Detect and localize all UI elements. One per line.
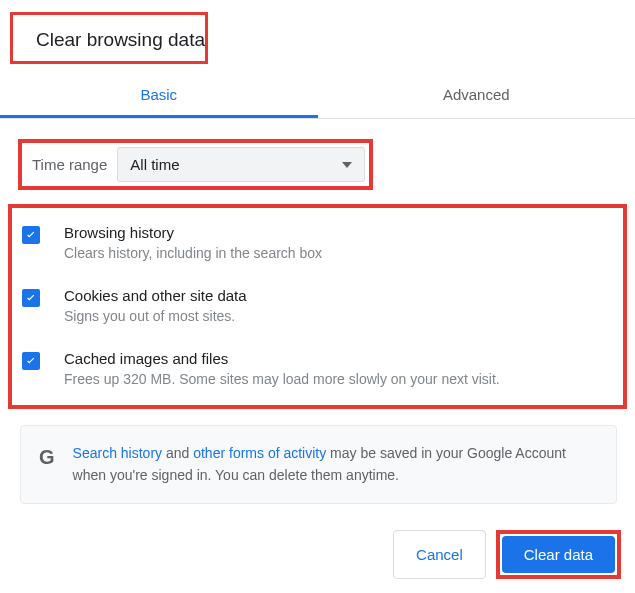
- check-icon: [24, 354, 38, 368]
- dialog-title: Clear browsing data: [10, 12, 208, 64]
- link-search-history[interactable]: Search history: [73, 445, 162, 461]
- tabs: Basic Advanced: [0, 72, 635, 118]
- checkbox-title: Browsing history: [64, 224, 613, 241]
- checkbox-section: Browsing history Clears history, includi…: [8, 204, 627, 409]
- time-range-value: All time: [130, 156, 179, 173]
- checkbox-desc: Frees up 320 MB. Some sites may load mor…: [64, 371, 613, 387]
- google-icon: G: [39, 446, 55, 469]
- link-other-activity[interactable]: other forms of activity: [193, 445, 326, 461]
- checkbox-desc: Signs you out of most sites.: [64, 308, 613, 324]
- checkbox-text: Cached images and files Frees up 320 MB.…: [64, 350, 613, 387]
- time-range-row: Time range All time: [18, 139, 373, 190]
- info-text: Search history and other forms of activi…: [73, 442, 598, 487]
- info-mid1: and: [162, 445, 193, 461]
- tab-underline: [0, 118, 635, 119]
- checkbox-cookies[interactable]: [22, 289, 40, 307]
- checkbox-title: Cookies and other site data: [64, 287, 613, 304]
- checkbox-text: Browsing history Clears history, includi…: [64, 224, 613, 261]
- checkbox-title: Cached images and files: [64, 350, 613, 367]
- list-item: Cached images and files Frees up 320 MB.…: [22, 350, 613, 387]
- check-icon: [24, 228, 38, 242]
- checkbox-desc: Clears history, including in the search …: [64, 245, 613, 261]
- button-row: Cancel Clear data: [393, 530, 621, 579]
- time-range-label: Time range: [26, 156, 117, 173]
- tab-basic[interactable]: Basic: [0, 72, 318, 118]
- tab-advanced[interactable]: Advanced: [318, 72, 636, 118]
- chevron-down-icon: [342, 162, 352, 168]
- list-item: Cookies and other site data Signs you ou…: [22, 287, 613, 324]
- checkbox-cache[interactable]: [22, 352, 40, 370]
- check-icon: [24, 291, 38, 305]
- info-box: G Search history and other forms of acti…: [20, 425, 617, 504]
- clear-button-highlight: Clear data: [496, 530, 621, 579]
- cancel-button[interactable]: Cancel: [393, 530, 486, 579]
- clear-data-button[interactable]: Clear data: [502, 536, 615, 573]
- time-range-select[interactable]: All time: [117, 147, 365, 182]
- checkbox-text: Cookies and other site data Signs you ou…: [64, 287, 613, 324]
- checkbox-browsing-history[interactable]: [22, 226, 40, 244]
- list-item: Browsing history Clears history, includi…: [22, 224, 613, 261]
